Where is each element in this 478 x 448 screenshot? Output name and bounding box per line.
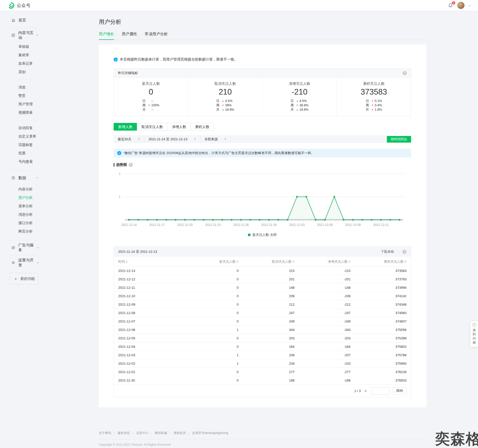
- compare-by-time-button[interactable]: 按时间对比: [387, 136, 411, 143]
- trend-row: 月 ▼ 1.8%: [366, 108, 382, 112]
- avatar[interactable]: [457, 2, 464, 9]
- filter-row: 最近30天 ▼ 2021-11-14 至 2021-12-13 ▼ 全部来源 ▼…: [114, 135, 411, 143]
- sidebar-item-content-analysis[interactable]: 内容分析: [0, 185, 46, 193]
- footer-link[interactable]: 关于腾讯: [99, 431, 111, 435]
- sidebar-item-api-analysis[interactable]: 接口分析: [0, 219, 46, 227]
- brand[interactable]: 公众号: [8, 2, 31, 9]
- column-header-sort[interactable]: 时间: [118, 259, 128, 264]
- trend-row: 日 ▲ 4.5%: [216, 99, 234, 103]
- sidebar-section-content-interaction[interactable]: 内容与互动: [0, 32, 46, 38]
- pagination: 1 / 3 ▶ 跳转: [114, 385, 411, 397]
- sidebar-item-home[interactable]: 首页: [0, 17, 46, 23]
- sidebar-item-web-analysis[interactable]: 网页分析: [0, 227, 46, 236]
- metric-label: 取消关注人数: [188, 82, 262, 86]
- sidebar-section-data[interactable]: 数据: [0, 175, 46, 181]
- help-icon[interactable]: ?: [129, 163, 133, 167]
- metric-value: 210: [188, 87, 262, 97]
- metric-tab-cumulative[interactable]: 累积人数: [190, 123, 214, 131]
- column-header-sort[interactable]: 净增关注人数: [295, 259, 351, 264]
- page-jump-input[interactable]: [371, 387, 390, 395]
- sidebar-item-drafts[interactable]: 草稿箱: [0, 42, 46, 51]
- table-row: 2021-12-040184-184375602: [114, 342, 411, 351]
- sidebar-item-vote[interactable]: 投票: [0, 149, 46, 157]
- sidebar-item-material-library[interactable]: 素材库: [0, 51, 46, 59]
- table-cell: -249: [295, 319, 351, 323]
- sidebar-item-new-features[interactable]: ＋ 新的功能: [10, 273, 38, 285]
- sidebar-item-menu-analysis[interactable]: 菜单分析: [0, 202, 46, 210]
- page-jump-button[interactable]: 跳转: [393, 387, 407, 395]
- topbar: 公众号 1: [0, 0, 478, 11]
- metric-card: 取消关注人数 210 日 ▲ 4.5% 周 ▼ 39% 月 ▲ 18.6%: [188, 77, 262, 116]
- table-cell: 210: [238, 269, 294, 273]
- sidebar-section-ads-services[interactable]: 广告与服务: [0, 245, 46, 251]
- help-icon[interactable]: ?: [403, 71, 407, 75]
- sidebar-item-topic-tags[interactable]: 话题标签: [0, 141, 46, 149]
- arrow-up-icon: ▲: [296, 99, 300, 103]
- sidebar-item-rewards[interactable]: 赞赏: [0, 91, 46, 100]
- footer-link[interactable]: 腾讯客服: [155, 431, 167, 435]
- tab-user-growth[interactable]: 用户增长: [99, 32, 114, 40]
- separator: |: [189, 431, 189, 435]
- footer-link[interactable]: 侵权投诉: [174, 431, 186, 435]
- caret-down-icon: ▼: [138, 138, 140, 140]
- table-cell: -233: [295, 362, 351, 365]
- table-cell: 247: [238, 311, 294, 315]
- sidebar-item-user-management[interactable]: 用户管理: [0, 100, 46, 108]
- sidebar-item-message-analysis[interactable]: 消息分析: [0, 210, 46, 219]
- divider: [10, 28, 38, 28]
- chart-legend[interactable]: 新关注人数-全部: [114, 233, 411, 239]
- tab-user-attributes[interactable]: 用户属性: [122, 32, 137, 40]
- table-cell: 1: [183, 328, 238, 332]
- tab-regular-reader-analysis[interactable]: 常读用户分析: [145, 32, 168, 40]
- table-cell: -247: [295, 311, 351, 315]
- sidebar-item-original[interactable]: 原创: [0, 68, 46, 76]
- table-cell: 212: [238, 303, 294, 306]
- wechat-mp-logo-icon: [8, 2, 15, 9]
- footer-link[interactable]: 运营中心: [136, 431, 148, 435]
- column-header-sort[interactable]: 取消关注人数: [238, 259, 294, 264]
- table-row: 2021-11-300198-198376503: [114, 376, 411, 385]
- sidebar-item-in-account-search[interactable]: 号内搜索: [0, 157, 46, 166]
- sidebar-item-user-analysis[interactable]: 用户分析: [0, 193, 46, 202]
- help-icon[interactable]: ?: [402, 250, 407, 254]
- date-range-dropdown[interactable]: 2021-11-14 至 2021-12-13 ▼: [144, 135, 200, 143]
- table-header-row: 时间 新关注人数 取消关注人数 净增关注人数 累积关注人数: [114, 257, 411, 267]
- table-cell: 344: [238, 328, 294, 332]
- sidebar-item-auto-reply[interactable]: 自动回复: [0, 124, 46, 132]
- sidebar-item-messages[interactable]: 消息: [0, 83, 46, 91]
- sidebar-item-custom-menu[interactable]: 自定义菜单: [0, 132, 46, 141]
- source-dropdown[interactable]: 全部来源 ▼: [200, 135, 231, 143]
- analytics-panel: i 本页根据昨日数据来计算，而用户管理页根据当前数据计算，两者不一致。 昨日关键…: [99, 44, 426, 407]
- column-header-sort[interactable]: 新关注人数: [183, 259, 238, 264]
- next-page-button[interactable]: ▶: [364, 388, 368, 394]
- divider: [17, 120, 38, 120]
- footer-link[interactable]: 反馈官号weixingongzhong: [192, 431, 228, 435]
- svg-text:1: 1: [119, 195, 121, 199]
- table-cell: -148: [295, 286, 351, 290]
- metric-tab-new-followers[interactable]: 新增人数: [114, 123, 137, 131]
- feedback-widget[interactable]: ? 遇到问题: [470, 321, 478, 347]
- download-table-button[interactable]: 下载表格: [381, 249, 394, 254]
- table-cell: 277: [238, 370, 294, 374]
- ad-source-notice-text: “微信广告”来源的新增关注在 2020/06起从其他中拆分给出，计算方式与广告主…: [123, 151, 314, 155]
- table-row: 2021-12-120201-201373793: [114, 275, 411, 283]
- sidebar-section-settings-dev[interactable]: 设置与开发: [0, 260, 46, 266]
- notifications-button[interactable]: 1: [448, 3, 453, 8]
- footer-link[interactable]: 服务协议: [117, 431, 130, 435]
- caret-down-icon: ▼: [224, 138, 226, 140]
- sidebar-item-video-danmu[interactable]: 视频弹幕: [0, 108, 46, 117]
- ad-source-notice: i “微信广告”来源的新增关注在 2020/06起从其他中拆分给出，计算方式与广…: [114, 149, 411, 157]
- sidebar-item-publish-records[interactable]: 发表记录: [0, 59, 46, 68]
- data-notice: i 本页根据昨日数据来计算，而用户管理页根据当前数据计算，两者不一致。: [114, 57, 411, 62]
- sidebar-group-items: 草稿箱素材库发表记录原创消息赞赏用户管理视频弹幕自动回复自定义菜单话题标签投票号…: [0, 42, 46, 166]
- info-icon: i: [114, 58, 118, 62]
- metric-tab-net-growth[interactable]: 净增人数: [167, 123, 191, 131]
- trend-row: 日 ▲ 4.5%: [291, 99, 308, 103]
- divider: [10, 255, 38, 255]
- range-preset-dropdown[interactable]: 最近30天 ▼: [114, 135, 144, 143]
- metric-tab-unfollow[interactable]: 取消关注人数: [137, 123, 168, 131]
- chevron-down-icon[interactable]: [469, 4, 471, 6]
- table-cell: 2021-12-04: [118, 345, 183, 349]
- column-header-sort[interactable]: 累积关注人数: [351, 259, 407, 264]
- trend-line-chart: 122021-11-142021-11-172021-11-202021-11-…: [114, 169, 411, 233]
